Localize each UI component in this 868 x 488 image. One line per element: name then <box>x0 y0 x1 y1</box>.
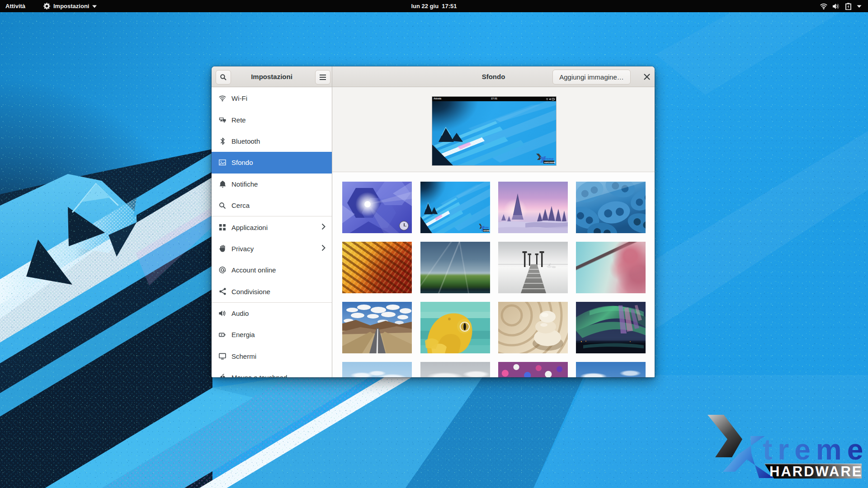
svg-text:treme: treme <box>763 433 868 466</box>
svg-text:HARDWARE: HARDWARE <box>769 464 863 479</box>
